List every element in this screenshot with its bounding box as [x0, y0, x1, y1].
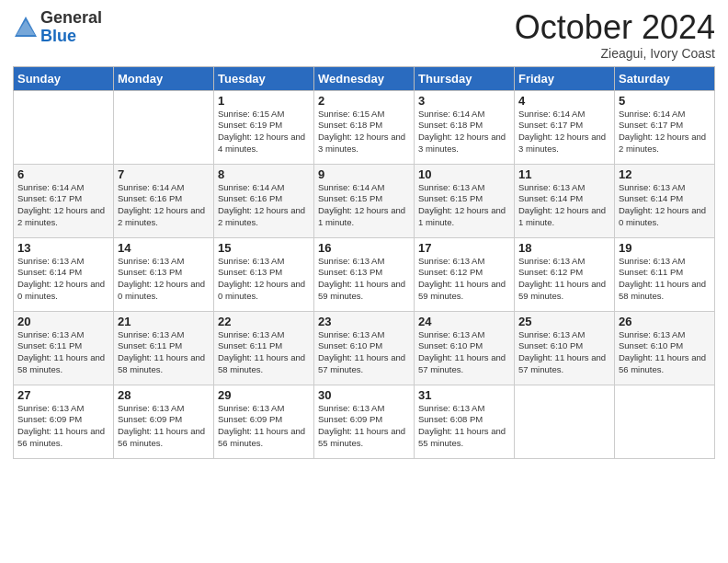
day-number: 3: [418, 94, 510, 108]
day-number: 13: [17, 241, 109, 255]
day-number: 15: [218, 241, 310, 255]
calendar-day-cell: 29Sunrise: 6:13 AM Sunset: 6:09 PM Dayli…: [214, 385, 314, 458]
day-number: 26: [619, 315, 711, 328]
calendar-day-cell: 5Sunrise: 6:14 AM Sunset: 6:17 PM Daylig…: [615, 90, 715, 164]
day-info: Sunrise: 6:13 AM Sunset: 6:10 PM Dayligh…: [518, 329, 610, 376]
empty-cell: [14, 90, 114, 164]
calendar-day-cell: 18Sunrise: 6:13 AM Sunset: 6:12 PM Dayli…: [515, 237, 615, 311]
day-number: 11: [518, 167, 610, 181]
calendar-day-cell: 22Sunrise: 6:13 AM Sunset: 6:11 PM Dayli…: [214, 311, 314, 385]
day-number: 23: [318, 315, 410, 328]
header-monday: Monday: [114, 66, 214, 90]
day-info: Sunrise: 6:13 AM Sunset: 6:14 PM Dayligh…: [518, 182, 610, 229]
calendar-header-row: SundayMondayTuesdayWednesdayThursdayFrid…: [14, 66, 715, 90]
day-info: Sunrise: 6:13 AM Sunset: 6:15 PM Dayligh…: [418, 182, 510, 229]
month-title: October 2024: [515, 9, 715, 46]
calendar-day-cell: 4Sunrise: 6:14 AM Sunset: 6:17 PM Daylig…: [515, 90, 615, 164]
logo-blue: Blue: [40, 28, 102, 46]
header-wednesday: Wednesday: [314, 66, 415, 90]
calendar-day-cell: 31Sunrise: 6:13 AM Sunset: 6:08 PM Dayli…: [415, 385, 515, 458]
day-info: Sunrise: 6:13 AM Sunset: 6:13 PM Dayligh…: [118, 256, 210, 303]
day-info: Sunrise: 6:13 AM Sunset: 6:09 PM Dayligh…: [118, 403, 210, 450]
day-number: 27: [17, 388, 109, 402]
day-number: 18: [518, 241, 610, 255]
day-info: Sunrise: 6:14 AM Sunset: 6:16 PM Dayligh…: [118, 182, 210, 229]
logo-icon: [13, 15, 39, 40]
calendar-day-cell: 10Sunrise: 6:13 AM Sunset: 6:15 PM Dayli…: [415, 164, 515, 237]
day-number: 7: [118, 167, 210, 181]
day-number: 2: [318, 94, 410, 108]
day-number: 9: [318, 167, 410, 181]
calendar-day-cell: 3Sunrise: 6:14 AM Sunset: 6:18 PM Daylig…: [415, 90, 515, 164]
day-number: 30: [318, 388, 410, 402]
day-info: Sunrise: 6:14 AM Sunset: 6:18 PM Dayligh…: [418, 109, 510, 155]
calendar-day-cell: 7Sunrise: 6:14 AM Sunset: 6:16 PM Daylig…: [114, 164, 214, 237]
empty-cell: [515, 385, 615, 458]
day-info: Sunrise: 6:14 AM Sunset: 6:17 PM Dayligh…: [619, 109, 711, 155]
calendar-day-cell: 6Sunrise: 6:14 AM Sunset: 6:17 PM Daylig…: [14, 164, 114, 237]
calendar-day-cell: 19Sunrise: 6:13 AM Sunset: 6:11 PM Dayli…: [615, 237, 715, 311]
calendar-day-cell: 26Sunrise: 6:13 AM Sunset: 6:10 PM Dayli…: [615, 311, 715, 385]
calendar-table: SundayMondayTuesdayWednesdayThursdayFrid…: [13, 66, 715, 459]
day-number: 20: [17, 315, 109, 328]
header: General Blue October 2024 Zieagui, Ivory…: [13, 9, 715, 61]
calendar-day-cell: 30Sunrise: 6:13 AM Sunset: 6:09 PM Dayli…: [314, 385, 415, 458]
calendar-day-cell: 17Sunrise: 6:13 AM Sunset: 6:12 PM Dayli…: [415, 237, 515, 311]
day-info: Sunrise: 6:13 AM Sunset: 6:11 PM Dayligh…: [17, 329, 109, 376]
day-info: Sunrise: 6:13 AM Sunset: 6:13 PM Dayligh…: [218, 256, 310, 303]
empty-cell: [615, 385, 715, 458]
day-info: Sunrise: 6:13 AM Sunset: 6:10 PM Dayligh…: [318, 329, 410, 376]
day-info: Sunrise: 6:13 AM Sunset: 6:12 PM Dayligh…: [418, 256, 510, 303]
calendar-day-cell: 12Sunrise: 6:13 AM Sunset: 6:14 PM Dayli…: [615, 164, 715, 237]
logo: General Blue: [13, 9, 102, 46]
day-info: Sunrise: 6:13 AM Sunset: 6:10 PM Dayligh…: [418, 329, 510, 376]
header-sunday: Sunday: [14, 66, 114, 90]
day-info: Sunrise: 6:15 AM Sunset: 6:18 PM Dayligh…: [318, 109, 410, 155]
logo-general: General: [40, 9, 102, 28]
logo-text: General Blue: [40, 9, 102, 46]
day-info: Sunrise: 6:14 AM Sunset: 6:17 PM Dayligh…: [518, 109, 610, 155]
calendar-day-cell: 1Sunrise: 6:15 AM Sunset: 6:19 PM Daylig…: [214, 90, 314, 164]
day-number: 16: [318, 241, 410, 255]
day-number: 19: [619, 241, 711, 255]
calendar-week-row: 13Sunrise: 6:13 AM Sunset: 6:14 PM Dayli…: [14, 237, 715, 311]
calendar-day-cell: 24Sunrise: 6:13 AM Sunset: 6:10 PM Dayli…: [415, 311, 515, 385]
day-info: Sunrise: 6:13 AM Sunset: 6:09 PM Dayligh…: [17, 403, 109, 450]
header-thursday: Thursday: [415, 66, 515, 90]
calendar-day-cell: 28Sunrise: 6:13 AM Sunset: 6:09 PM Dayli…: [114, 385, 214, 458]
calendar-day-cell: 16Sunrise: 6:13 AM Sunset: 6:13 PM Dayli…: [314, 237, 415, 311]
day-number: 17: [418, 241, 510, 255]
calendar-day-cell: 2Sunrise: 6:15 AM Sunset: 6:18 PM Daylig…: [314, 90, 415, 164]
calendar-week-row: 1Sunrise: 6:15 AM Sunset: 6:19 PM Daylig…: [14, 90, 715, 164]
day-number: 28: [118, 388, 210, 402]
day-info: Sunrise: 6:13 AM Sunset: 6:11 PM Dayligh…: [619, 256, 711, 303]
page: General Blue October 2024 Zieagui, Ivory…: [0, 0, 728, 563]
day-number: 21: [118, 315, 210, 328]
day-number: 1: [218, 94, 310, 108]
calendar-day-cell: 27Sunrise: 6:13 AM Sunset: 6:09 PM Dayli…: [14, 385, 114, 458]
day-number: 31: [418, 388, 510, 402]
calendar-day-cell: 15Sunrise: 6:13 AM Sunset: 6:13 PM Dayli…: [214, 237, 314, 311]
calendar-day-cell: 25Sunrise: 6:13 AM Sunset: 6:10 PM Dayli…: [515, 311, 615, 385]
day-info: Sunrise: 6:13 AM Sunset: 6:14 PM Dayligh…: [619, 182, 711, 229]
calendar-day-cell: 23Sunrise: 6:13 AM Sunset: 6:10 PM Dayli…: [314, 311, 415, 385]
day-info: Sunrise: 6:13 AM Sunset: 6:12 PM Dayligh…: [518, 256, 610, 303]
day-number: 4: [518, 94, 610, 108]
day-info: Sunrise: 6:14 AM Sunset: 6:15 PM Dayligh…: [318, 182, 410, 229]
day-number: 6: [17, 167, 109, 181]
day-number: 8: [218, 167, 310, 181]
day-info: Sunrise: 6:14 AM Sunset: 6:17 PM Dayligh…: [17, 182, 109, 229]
calendar-week-row: 6Sunrise: 6:14 AM Sunset: 6:17 PM Daylig…: [14, 164, 715, 237]
day-info: Sunrise: 6:13 AM Sunset: 6:09 PM Dayligh…: [318, 403, 410, 450]
day-info: Sunrise: 6:13 AM Sunset: 6:13 PM Dayligh…: [318, 256, 410, 303]
calendar-day-cell: 20Sunrise: 6:13 AM Sunset: 6:11 PM Dayli…: [14, 311, 114, 385]
day-info: Sunrise: 6:14 AM Sunset: 6:16 PM Dayligh…: [218, 182, 310, 229]
header-saturday: Saturday: [615, 66, 715, 90]
calendar-day-cell: 8Sunrise: 6:14 AM Sunset: 6:16 PM Daylig…: [214, 164, 314, 237]
calendar-day-cell: 13Sunrise: 6:13 AM Sunset: 6:14 PM Dayli…: [14, 237, 114, 311]
header-friday: Friday: [515, 66, 615, 90]
day-number: 12: [619, 167, 711, 181]
day-number: 24: [418, 315, 510, 328]
day-number: 29: [218, 388, 310, 402]
title-block: October 2024 Zieagui, Ivory Coast: [515, 9, 715, 61]
